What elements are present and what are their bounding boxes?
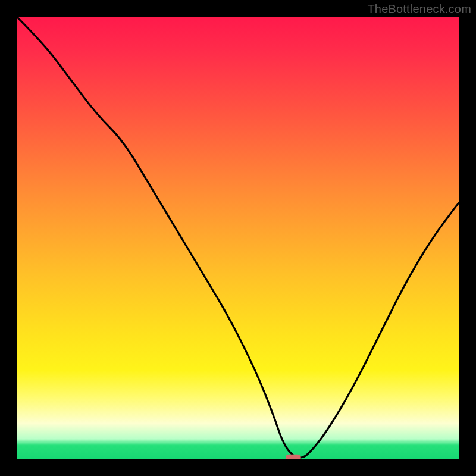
plot-frame (17, 17, 459, 459)
svg-rect-0 (286, 455, 301, 459)
minimum-marker (17, 17, 459, 459)
watermark-label: TheBottleneck.com (367, 2, 471, 16)
chart-stage: TheBottleneck.com (0, 0, 476, 476)
plot-area (17, 17, 459, 459)
